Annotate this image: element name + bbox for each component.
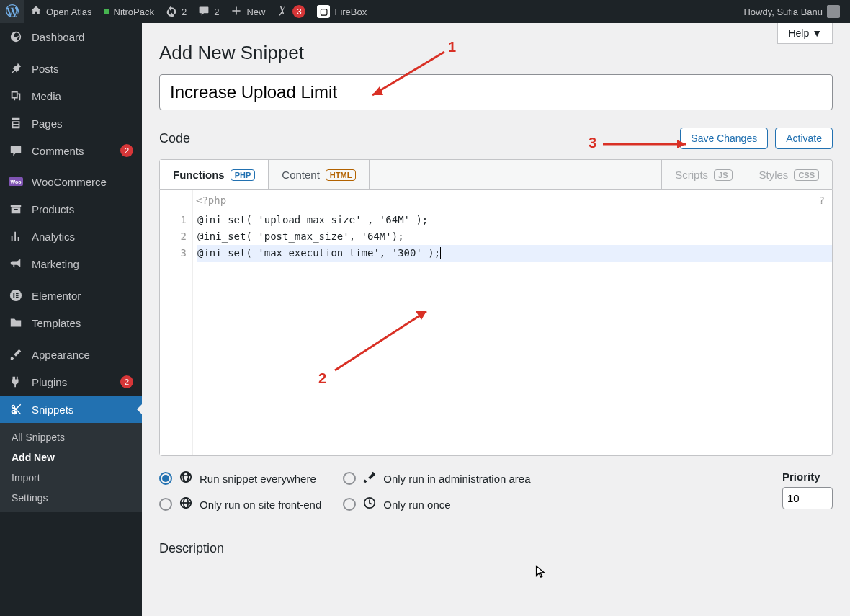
help-tab[interactable]: Help ▼: [777, 23, 833, 44]
tab-label: Scripts: [675, 169, 708, 181]
scope-everywhere[interactable]: Run snippet everywhere: [159, 470, 321, 486]
svg-text:Woo: Woo: [10, 179, 21, 184]
updates-count: 2: [182, 6, 187, 17]
menu-analytics[interactable]: Analytics: [0, 223, 142, 250]
menu-label: Templates: [32, 317, 81, 329]
menu-label: Media: [32, 90, 61, 102]
menu-pages[interactable]: Pages: [0, 110, 142, 137]
menu-snippets[interactable]: Snippets: [0, 396, 142, 423]
menu-media[interactable]: Media: [0, 82, 142, 110]
scope-label: Only run on site front-end: [200, 499, 321, 511]
new-content-link[interactable]: New: [225, 0, 271, 23]
comment-icon: [198, 5, 210, 19]
menu-templates[interactable]: Templates: [0, 309, 142, 336]
scope-label: Run snippet everywhere: [200, 473, 316, 485]
activate-button[interactable]: Activate: [775, 128, 833, 149]
comments-link[interactable]: 2: [192, 0, 225, 23]
yoast-badge: 3: [292, 5, 305, 18]
menu-products[interactable]: Products: [0, 195, 142, 223]
menu-label: Appearance: [32, 349, 90, 361]
plug-icon: [9, 375, 23, 388]
megaphone-icon: [9, 257, 23, 270]
plus-icon: [231, 5, 242, 19]
priority-input[interactable]: [782, 487, 833, 509]
line-number-gutter: 123: [160, 190, 193, 455]
editor-help-icon[interactable]: ?: [819, 195, 825, 206]
submenu-import[interactable]: Import: [0, 468, 142, 488]
home-icon: [30, 5, 42, 19]
wp-logo[interactable]: [0, 0, 24, 23]
nitropack-label: NitroPack: [114, 6, 154, 17]
lang-chip-js: JS: [714, 169, 732, 181]
tab-functions[interactable]: Functions PHP: [160, 160, 269, 189]
menu-woocommerce[interactable]: Woo WooCommerce: [0, 169, 142, 195]
tab-content[interactable]: Content HTML: [269, 160, 370, 189]
code-textarea[interactable]: @ini_set( 'upload_max_size' , '64M' ); @…: [193, 190, 832, 455]
menu-plugins[interactable]: Plugins 2: [0, 368, 142, 396]
menu-appearance[interactable]: Appearance: [0, 341, 142, 368]
updates-link[interactable]: 2: [160, 0, 192, 23]
code-line-3: @ini_set( 'max_execution_time', '300' );: [197, 247, 440, 259]
pin-icon: [9, 62, 23, 75]
page-icon: [9, 117, 23, 130]
description-section-label: Description: [159, 541, 833, 556]
code-line-1: @ini_set( 'upload_max_size' , '64M' );: [197, 214, 428, 226]
menu-label: Pages: [32, 117, 63, 130]
archive-icon: [9, 202, 23, 215]
comments-count: 2: [214, 6, 219, 17]
avatar: [827, 5, 840, 18]
scope-admin[interactable]: Only run in administration area: [343, 470, 530, 486]
scope-once[interactable]: Only run once: [343, 496, 530, 512]
updates-icon: [166, 5, 177, 19]
menu-label: Dashboard: [32, 31, 84, 43]
wordpress-icon: [6, 4, 19, 19]
menu-label: Analytics: [32, 231, 75, 243]
media-icon: [9, 89, 23, 102]
submenu-settings[interactable]: Settings: [0, 488, 142, 508]
menu-elementor[interactable]: Elementor: [0, 282, 142, 309]
comments-badge: 2: [120, 144, 133, 157]
code-type-tabs: Functions PHP Content HTML Scripts JS St…: [159, 159, 833, 189]
tab-label: Content: [282, 169, 320, 181]
scope-frontend[interactable]: Only run on site front-end: [159, 496, 321, 512]
dashboard-icon: [9, 30, 23, 43]
clock-icon: [363, 496, 376, 512]
comment-icon: [9, 144, 23, 157]
submenu-all-snippets[interactable]: All Snippets: [0, 427, 142, 447]
menu-dashboard[interactable]: Dashboard: [0, 23, 142, 50]
menu-label: Marketing: [32, 258, 79, 270]
admin-toolbar: Open Atlas NitroPack 2 2 New: [0, 0, 850, 23]
site-name-link[interactable]: Open Atlas: [24, 0, 98, 23]
nitropack-link[interactable]: NitroPack: [98, 0, 160, 23]
user-account-link[interactable]: Howdy, Sufia Banu: [743, 5, 844, 18]
main-content: Help ▼ Add New Snippet Code Save Changes…: [142, 23, 850, 616]
menu-label: Comments: [32, 145, 84, 157]
submenu-add-new[interactable]: Add New: [0, 447, 142, 468]
tab-scripts[interactable]: Scripts JS: [661, 160, 746, 189]
snippet-title-input[interactable]: [159, 74, 833, 110]
yoast-link[interactable]: 3: [271, 0, 311, 23]
menu-posts[interactable]: Posts: [0, 55, 142, 82]
brush-icon: [9, 348, 23, 361]
menu-marketing[interactable]: Marketing: [0, 250, 142, 277]
code-editor[interactable]: <?php ? 123 @ini_set( 'upload_max_size' …: [159, 189, 833, 456]
yoast-icon: [277, 5, 288, 19]
status-dot-icon: [104, 9, 109, 14]
admin-sidebar: Dashboard Posts Media Pages Comments 2 W…: [0, 23, 142, 616]
save-changes-button[interactable]: Save Changes: [680, 128, 768, 149]
tab-label: Styles: [759, 169, 789, 181]
code-line-2: @ini_set( 'post_max_size', '64M');: [197, 231, 404, 242]
scope-options: Run snippet everywhere Only run in admin…: [159, 470, 531, 512]
globe-icon: [179, 470, 192, 486]
chart-icon: [9, 230, 23, 243]
firebox-link[interactable]: ▢ FireBox: [311, 0, 372, 23]
menu-label: Snippets: [32, 403, 73, 416]
tab-styles[interactable]: Styles CSS: [746, 160, 832, 189]
menu-label: Elementor: [32, 290, 81, 302]
site-name: Open Atlas: [46, 6, 92, 17]
radio-icon: [159, 498, 172, 511]
radio-icon: [343, 498, 356, 511]
php-opening-tag: <?php: [196, 195, 226, 206]
tab-label: Functions: [173, 169, 225, 181]
menu-comments[interactable]: Comments 2: [0, 137, 142, 164]
